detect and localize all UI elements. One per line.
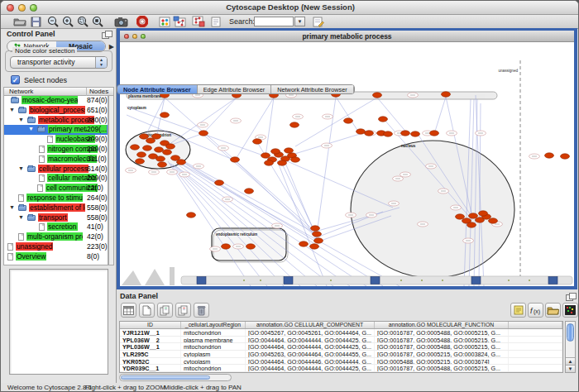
tree-column-network[interactable]: Network xyxy=(9,88,33,95)
network-node-selected[interactable] xyxy=(442,92,451,97)
new-attribute-icon[interactable] xyxy=(139,303,155,318)
network-node-selected[interactable] xyxy=(253,139,262,144)
network-node-selected[interactable] xyxy=(231,157,240,162)
network-node-selected[interactable] xyxy=(373,93,382,98)
network-node-selected[interactable] xyxy=(561,154,570,159)
save-session-icon[interactable] xyxy=(28,16,43,27)
table-row[interactable]: YPL036W__2plasma membrane[GO:0044464, GO… xyxy=(120,337,562,344)
tree-row-label[interactable]: biological_process xyxy=(29,106,85,114)
tree-row[interactable]: ▼cellular process614(0) xyxy=(4,165,108,174)
table-column-header[interactable]: annotation.GO MOLECULAR_FUNCTION xyxy=(375,322,509,328)
select-nodes-checkbox[interactable]: ✓ xyxy=(11,75,20,84)
network-node-selected[interactable] xyxy=(271,149,280,154)
network-overlay-2-icon[interactable] xyxy=(191,16,206,27)
table-row[interactable]: YDR039C__1mitochondrion[GO:0044464, GO:0… xyxy=(120,365,562,372)
network-node-selected[interactable] xyxy=(467,222,476,227)
tree-row[interactable]: ▼primary metabo209(... xyxy=(4,125,108,135)
network-node-selected[interactable] xyxy=(160,112,170,117)
expander-icon[interactable]: ▼ xyxy=(9,204,15,210)
network-node-selected[interactable] xyxy=(246,244,256,249)
network-node-selected[interactable] xyxy=(411,131,420,136)
tree-row-label[interactable]: mosaic-demo-yeast xyxy=(22,96,78,104)
network-node-selected[interactable] xyxy=(163,150,172,155)
search-dropdown-button[interactable]: ▼ xyxy=(294,17,305,26)
tree-row-label[interactable]: Overview xyxy=(16,252,46,261)
table-vertical-scrollbar[interactable]: ▲ ▼ xyxy=(565,321,576,373)
tree-column-nodes[interactable]: Nodes xyxy=(86,88,108,96)
network-node-selected[interactable] xyxy=(136,159,145,164)
network-node-selected[interactable] xyxy=(314,238,323,243)
network-node-selected[interactable] xyxy=(401,131,410,136)
network-node-selected[interactable] xyxy=(152,134,161,139)
network-node-selected[interactable] xyxy=(166,144,175,149)
tree-row[interactable]: ▼transport558(0) xyxy=(4,213,108,223)
table-row[interactable]: YPL036W__1mitochondrion[GO:0044464, GO:0… xyxy=(120,343,562,351)
annotate-page-icon[interactable] xyxy=(311,16,326,27)
network-node-selected[interactable] xyxy=(310,244,319,249)
attribute-browser-tab[interactable]: Edge Attribute Browser xyxy=(198,85,272,93)
tree-row[interactable]: Overview8(0) xyxy=(4,252,108,262)
network-node-selected[interactable] xyxy=(290,122,299,127)
tree-row-label[interactable]: establishment of lo xyxy=(29,203,85,212)
table-row[interactable]: YKR052Ccytoplasm[GO:0044464, GO:0044446,… xyxy=(120,358,562,366)
network-node-selected[interactable] xyxy=(313,232,322,237)
tab-overflow-arrow-icon[interactable]: ▶ xyxy=(109,43,114,50)
network-node-selected[interactable] xyxy=(261,153,270,158)
node-color-dropdown[interactable]: transporter activity ▲▼ xyxy=(10,56,108,69)
matrix-view-icon[interactable] xyxy=(562,303,578,318)
network-node-selected[interactable] xyxy=(469,213,478,218)
network-node-selected[interactable] xyxy=(384,131,393,136)
network-node-selected[interactable] xyxy=(379,117,388,122)
table-horizontal-scrollbar[interactable] xyxy=(119,374,232,381)
table-row[interactable]: YLR295Ccytoplasm[GO:0045263, GO:0044464,… xyxy=(120,351,562,358)
hscrollbar-thumb[interactable] xyxy=(121,375,210,380)
table-column-header[interactable]: ID xyxy=(120,322,181,328)
tree-row[interactable]: nitrogen compo209(0) xyxy=(4,145,108,155)
tree-row[interactable]: multi-organism pro42(0) xyxy=(4,232,108,242)
network-node-selected[interactable] xyxy=(291,157,300,162)
network-window-titlebar[interactable]: primary metabolic process xyxy=(120,31,574,42)
attribute-table-icon[interactable] xyxy=(121,303,136,318)
delete-attribute-icon[interactable] xyxy=(194,303,209,318)
tree-row[interactable]: ▼metabolic process280(0) xyxy=(4,116,108,126)
expander-icon[interactable]: ▼ xyxy=(18,117,24,122)
table-column-header[interactable]: annotation.GO CELLULAR_COMPONENT xyxy=(246,322,375,328)
copy-attribute-icon[interactable] xyxy=(157,303,173,318)
tree-row-label[interactable]: cellular process xyxy=(38,165,89,173)
zoom-selected-icon[interactable] xyxy=(75,16,90,27)
network-node-selected[interactable] xyxy=(158,162,167,167)
snapshot-camera-icon[interactable] xyxy=(113,16,128,27)
data-panel-float-icon[interactable] xyxy=(566,293,575,300)
network-node-selected[interactable] xyxy=(489,218,498,223)
network-node-selected[interactable] xyxy=(155,147,164,152)
table-column-header[interactable] xyxy=(509,322,562,328)
network-node-selected[interactable] xyxy=(356,129,366,134)
vizmapper-icon[interactable] xyxy=(157,16,172,27)
network-node-selected[interactable] xyxy=(456,214,465,219)
network-canvas[interactable]: plasma membrane cytoplasm mitochondrion … xyxy=(120,42,574,286)
tree-row-label[interactable]: multi-organism pro xyxy=(26,232,83,241)
tree-row-label[interactable]: secretion xyxy=(47,222,78,231)
search-input[interactable] xyxy=(254,17,294,26)
network-node-selected[interactable] xyxy=(344,118,353,123)
network-node-selected[interactable] xyxy=(215,180,224,185)
network-node-selected[interactable] xyxy=(311,226,320,231)
control-panel-float-icon[interactable] xyxy=(102,31,111,38)
network-node-selected[interactable] xyxy=(131,145,140,150)
annotation-icon[interactable] xyxy=(208,16,223,27)
network-node-selected[interactable] xyxy=(156,156,165,161)
scroll-up-icon[interactable]: ▲ xyxy=(566,357,575,365)
expander-icon[interactable]: ▼ xyxy=(18,165,24,171)
expander-icon[interactable]: ▼ xyxy=(18,214,24,220)
tree-row-label[interactable]: metabolic process xyxy=(38,116,94,124)
tree-row-label[interactable]: transport xyxy=(38,213,68,222)
network-node-selected[interactable] xyxy=(299,241,309,246)
network-node-selected[interactable] xyxy=(222,244,231,249)
expander-icon[interactable]: ▼ xyxy=(9,107,15,112)
attribute-browser-tab[interactable]: Network Attribute Browser xyxy=(271,85,353,93)
table-column-header[interactable]: _cellularLayoutRegion xyxy=(181,322,246,328)
network-node-selected[interactable] xyxy=(278,160,287,165)
network-node-selected[interactable] xyxy=(187,213,196,218)
open-folder-icon[interactable] xyxy=(545,303,561,318)
network-node-selected[interactable] xyxy=(177,160,186,165)
